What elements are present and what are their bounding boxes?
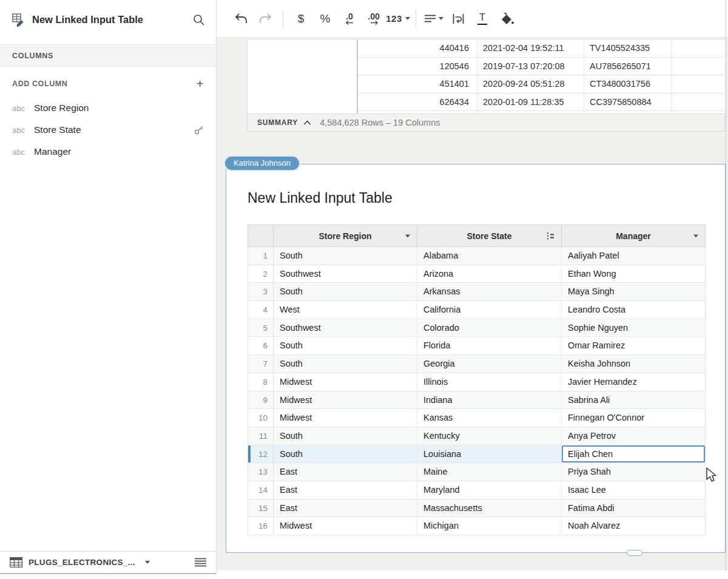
table-cell[interactable]: South (274, 247, 417, 265)
number-format-button[interactable]: 123 (386, 7, 410, 31)
table-cell[interactable]: Sabrina Ali (562, 391, 705, 410)
table-cell[interactable]: Maya Singh (562, 283, 705, 301)
empty-cell[interactable] (672, 75, 725, 93)
table-cell[interactable]: Keisha Johnson (562, 355, 705, 373)
row-number[interactable]: 14 (248, 481, 274, 499)
search-icon[interactable] (192, 13, 205, 26)
row-number[interactable]: 12 (248, 445, 274, 464)
id-cell[interactable]: CC3975850884 (584, 93, 672, 112)
table-cell[interactable]: Georgia (417, 355, 562, 373)
datetime-cell[interactable]: 2020-09-24 05:51:28 (477, 75, 584, 93)
sidebar-item-store-state[interactable]: abc Store State (0, 119, 216, 141)
row-number[interactable]: 15 (248, 499, 274, 518)
row-number[interactable]: 4 (248, 301, 274, 319)
number-cell[interactable]: 120546 (358, 58, 477, 76)
row-number[interactable]: 9 (248, 391, 274, 410)
table-cell[interactable]: West (274, 301, 417, 319)
table-cell[interactable]: South (274, 355, 417, 373)
table-cell[interactable]: East (274, 463, 417, 481)
table-cell[interactable]: Florida (417, 337, 562, 355)
row-number[interactable]: 1 (248, 247, 274, 265)
column-header-manager[interactable]: Manager (562, 225, 705, 246)
decrease-decimal-button[interactable]: .0 (337, 7, 362, 31)
table-cell[interactable]: Kentucky (417, 427, 562, 445)
table-cell[interactable]: Fatima Abdi (562, 499, 705, 518)
id-cell[interactable]: TV1405524335 (584, 39, 672, 58)
row-number[interactable]: 3 (248, 283, 274, 301)
row-number[interactable]: 13 (248, 463, 274, 481)
table-cell[interactable]: Alabama (417, 247, 562, 265)
chevron-up-icon[interactable] (303, 120, 311, 125)
wrap-text-button[interactable] (446, 7, 470, 31)
empty-cell[interactable] (248, 58, 358, 76)
summary-bar[interactable]: SUMMARY 4,584,628 Rows – 19 Columns (247, 113, 725, 132)
table-cell[interactable]: Southwest (274, 265, 417, 283)
input-table-panel[interactable]: Katrina Johnson New Linked Input Table S… (226, 164, 726, 553)
empty-cell[interactable] (248, 39, 358, 58)
table-cell[interactable]: Kansas (417, 409, 562, 427)
table-cell[interactable]: Arizona (417, 265, 562, 283)
row-number[interactable]: 16 (248, 517, 274, 535)
source-list-icon[interactable] (195, 558, 206, 567)
percent-format-button[interactable]: % (313, 7, 337, 31)
id-cell[interactable]: CT3480031756 (584, 75, 672, 93)
table-cell[interactable]: Massachusetts (417, 499, 562, 518)
empty-cell[interactable] (672, 58, 725, 76)
table-cell[interactable]: South (274, 283, 417, 301)
column-header-store-region[interactable]: Store Region (274, 225, 417, 246)
number-cell[interactable]: 451401 (358, 75, 477, 93)
table-cell[interactable]: East (274, 499, 417, 518)
table-cell[interactable]: Omar Ramirez (562, 337, 705, 355)
table-cell[interactable]: East (274, 481, 417, 499)
row-number[interactable]: 2 (248, 265, 274, 283)
selected-cell[interactable]: Elijah Chen (562, 445, 705, 464)
table-cell[interactable]: Louisiana (417, 445, 562, 464)
table-cell[interactable]: South (274, 337, 417, 355)
table-cell[interactable]: Anya Petrov (562, 427, 705, 445)
sidebar-item-manager[interactable]: abc Manager (0, 141, 216, 163)
empty-cell[interactable] (672, 93, 725, 112)
table-cell[interactable]: Ethan Wong (562, 265, 705, 283)
datetime-cell[interactable]: 2019-07-13 07:20:08 (477, 58, 584, 76)
table-cell[interactable]: Finnegan O'Connor (562, 409, 705, 427)
empty-cell[interactable] (672, 39, 725, 58)
table-cell[interactable]: Midwest (274, 391, 417, 410)
table-cell[interactable]: Midwest (274, 373, 417, 391)
align-button[interactable] (422, 7, 446, 31)
table-cell[interactable]: South (274, 427, 417, 445)
table-cell[interactable]: Colorado (417, 319, 562, 337)
table-cell[interactable]: Midwest (274, 517, 417, 535)
currency-format-button[interactable]: $ (289, 7, 313, 31)
column-header-store-state[interactable]: Store State (417, 225, 562, 246)
sidebar-item-store-region[interactable]: abc Store Region (0, 97, 216, 119)
column-menu-caret-icon[interactable] (405, 234, 410, 237)
row-number[interactable]: 8 (248, 373, 274, 391)
panel-resize-handle[interactable] (627, 550, 642, 556)
datetime-cell[interactable]: 2021-02-04 19:52:11 (477, 39, 584, 58)
empty-cell[interactable] (248, 75, 358, 93)
row-number[interactable]: 5 (248, 319, 274, 337)
table-cell[interactable]: Isaac Lee (562, 481, 705, 499)
table-cell[interactable]: California (417, 301, 562, 319)
table-cell[interactable]: Illinois (417, 373, 562, 391)
table-cell[interactable]: Southwest (274, 319, 417, 337)
add-column-button[interactable]: + (197, 78, 204, 90)
redo-button[interactable] (253, 7, 277, 31)
table-cell[interactable]: Aaliyah Patel (562, 247, 705, 265)
row-number[interactable]: 10 (248, 409, 274, 427)
table-cell[interactable]: Sophie Nguyen (562, 319, 705, 337)
page-title[interactable]: New Linked Input Table (248, 190, 393, 206)
table-cell[interactable]: Noah Alvarez (562, 517, 705, 535)
table-cell[interactable]: Maryland (417, 481, 562, 499)
table-cell[interactable]: Arkansas (417, 283, 562, 301)
table-cell[interactable]: Maine (417, 463, 562, 481)
row-number[interactable]: 7 (248, 355, 274, 373)
number-cell[interactable]: 440416 (358, 39, 477, 58)
table-cell[interactable]: South (274, 445, 417, 464)
column-menu-caret-icon[interactable] (693, 234, 698, 237)
source-name[interactable]: PLUGS_ELECTRONICS_... (29, 558, 135, 567)
table-cell[interactable]: Midwest (274, 409, 417, 427)
increase-decimal-button[interactable]: .00 (362, 7, 386, 31)
datetime-cell[interactable]: 2020-01-09 11:28:35 (477, 93, 584, 112)
chevron-down-icon[interactable] (145, 561, 150, 564)
